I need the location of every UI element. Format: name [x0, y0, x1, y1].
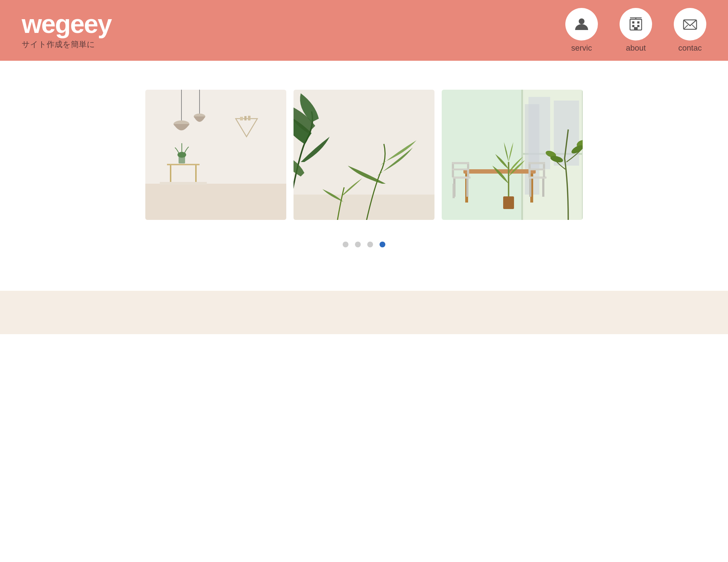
room-image	[145, 90, 286, 220]
gallery-item-room	[145, 90, 286, 220]
nav-item-about[interactable]: about	[620, 8, 652, 53]
contac-label: contac	[678, 43, 702, 53]
building-icon	[628, 16, 644, 32]
svg-rect-45	[453, 184, 455, 198]
nav-item-contac[interactable]: contac	[674, 8, 706, 53]
svg-rect-48	[452, 162, 469, 164]
svg-line-12	[692, 25, 697, 29]
svg-rect-6	[634, 27, 638, 30]
footer-section	[0, 291, 728, 334]
servic-icon-circle	[565, 8, 598, 41]
about-icon-circle	[620, 8, 652, 41]
svg-rect-21	[244, 116, 247, 120]
servic-label: servic	[571, 43, 592, 53]
svg-line-11	[684, 25, 688, 29]
svg-rect-3	[637, 21, 639, 24]
svg-rect-58	[503, 196, 514, 209]
svg-rect-20	[240, 117, 243, 120]
svg-rect-14	[145, 184, 286, 220]
svg-rect-28	[160, 182, 207, 185]
pagination-dot-3[interactable]	[367, 242, 373, 247]
contac-icon-circle	[674, 8, 706, 41]
mail-icon	[682, 16, 698, 32]
svg-rect-44	[466, 179, 468, 197]
main-content	[0, 61, 728, 291]
svg-rect-37	[554, 101, 579, 166]
pagination-dot-4[interactable]	[380, 242, 385, 247]
svg-rect-23	[167, 164, 200, 165]
svg-rect-52	[542, 179, 544, 197]
main-nav: servic about	[565, 8, 706, 53]
svg-rect-25	[195, 165, 197, 183]
header: wegeey サイト作成を簡単に servic	[0, 0, 728, 61]
cafe-image	[442, 90, 583, 220]
pagination	[0, 242, 728, 269]
plants-image	[294, 90, 434, 220]
svg-rect-5	[637, 25, 639, 27]
logo-tagline: サイト作成を簡単に	[22, 39, 111, 50]
svg-rect-30	[294, 195, 434, 220]
about-label: about	[626, 43, 646, 53]
logo-area: wegeey サイト作成を簡単に	[22, 11, 111, 50]
svg-rect-22	[248, 116, 250, 120]
svg-rect-55	[528, 162, 545, 164]
gallery-item-cafe	[442, 90, 583, 220]
svg-rect-4	[632, 25, 634, 27]
nav-item-servic[interactable]: servic	[565, 8, 598, 53]
svg-rect-38	[582, 90, 583, 220]
svg-rect-49	[452, 169, 469, 170]
svg-rect-24	[170, 165, 171, 183]
svg-rect-2	[632, 21, 634, 24]
pagination-dot-1[interactable]	[343, 242, 348, 247]
pagination-dot-2[interactable]	[355, 242, 361, 247]
gallery	[0, 90, 728, 220]
svg-rect-56	[528, 169, 545, 170]
gallery-item-plants	[294, 90, 434, 220]
svg-rect-51	[529, 179, 531, 197]
person-icon	[574, 16, 590, 32]
logo-text: wegeey	[22, 11, 111, 37]
svg-rect-57	[444, 90, 445, 220]
svg-point-0	[579, 18, 584, 24]
